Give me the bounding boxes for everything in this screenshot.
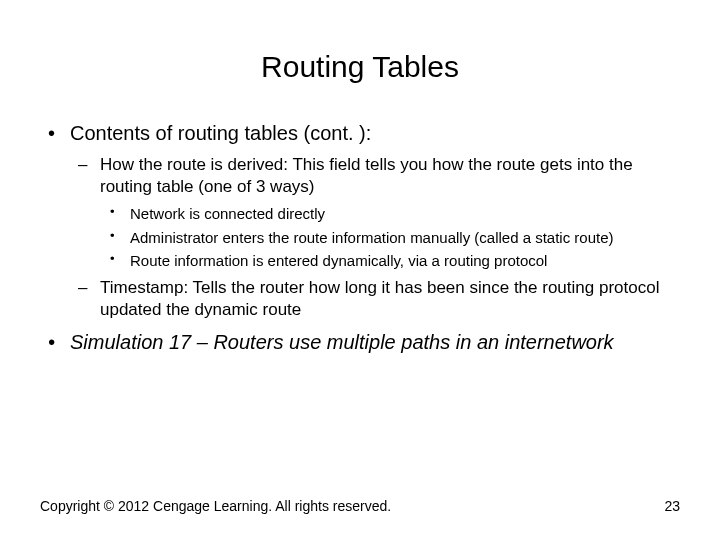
bullet-list-level2: How the route is derived: This field tel… (70, 154, 680, 321)
bullet-list-level1: Contents of routing tables (cont. ): How… (40, 120, 680, 355)
bullet-text: Contents of routing tables (cont. ): (70, 122, 371, 144)
slide-title: Routing Tables (40, 50, 680, 84)
bullet-text: Simulation 17 – Routers use multiple pat… (70, 331, 614, 353)
list-item: Administrator enters the route informati… (100, 228, 680, 248)
page-number: 23 (664, 498, 680, 514)
list-item: How the route is derived: This field tel… (70, 154, 680, 271)
bullet-list-level3: Network is connected directly Administra… (100, 204, 680, 271)
bullet-text: Administrator enters the route informati… (130, 229, 614, 246)
list-item: Timestamp: Tells the router how long it … (70, 277, 680, 321)
footer: Copyright © 2012 Cengage Learning. All r… (40, 498, 680, 514)
copyright-text: Copyright © 2012 Cengage Learning. All r… (40, 498, 391, 514)
bullet-text: Route information is entered dynamically… (130, 252, 547, 269)
list-item: Simulation 17 – Routers use multiple pat… (40, 329, 680, 355)
list-item: Network is connected directly (100, 204, 680, 224)
bullet-text: How the route is derived: This field tel… (100, 155, 633, 196)
bullet-text: Timestamp: Tells the router how long it … (100, 278, 659, 319)
bullet-text: Network is connected directly (130, 205, 325, 222)
list-item: Contents of routing tables (cont. ): How… (40, 120, 680, 321)
list-item: Route information is entered dynamically… (100, 251, 680, 271)
slide: Routing Tables Contents of routing table… (0, 0, 720, 540)
